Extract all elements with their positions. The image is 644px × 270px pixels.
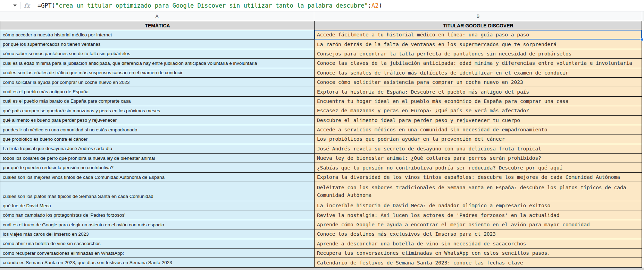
cell-tematica[interactable]: cuáles son las eñales de tráfico que más… xyxy=(0,68,315,77)
formula-input[interactable]: =GPT("crea un titular optimizado para Go… xyxy=(37,2,644,9)
cell-tematica[interactable]: que probiótico es bueno contra el cáncer xyxy=(0,134,315,143)
cell-tematica[interactable]: cuál es el pueblo más antiguo de España xyxy=(0,87,315,96)
cell-titular-text: Accede fácilmente a tu historial médico … xyxy=(317,32,639,37)
cell-tematica[interactable]: cómo solicitar la ayuda por comprar un c… xyxy=(0,78,315,87)
column-header-next-sliver xyxy=(642,11,644,21)
formula-prefix: =GPT( xyxy=(37,2,55,9)
cell-titular[interactable]: Accede a servicios médicos en una comuni… xyxy=(315,125,642,134)
cell-tematica[interactable]: cuál es la edad minima para la jubilació… xyxy=(0,59,315,68)
cell-tematica[interactable]: cómo abrir una botella de vino sin sacac… xyxy=(0,239,315,248)
cell-titular[interactable]: Calendario de festivos de Semana Santa 2… xyxy=(315,258,642,267)
formula-cell-ref: A2 xyxy=(371,2,378,9)
table-row: cuáles son los platos más típicos de Sem… xyxy=(0,182,642,201)
cell-titular[interactable]: Explora la diversidad de los vinos tinto… xyxy=(315,173,642,182)
cell-titular-text: Aprende cómo Google te ayuda a encontrar… xyxy=(317,222,639,227)
spreadsheet-grid: TEMÁTICA TITULAR GOOGLE DISCOVER cómo ac… xyxy=(0,21,642,268)
table-row: todos los collares de perro que prohibir… xyxy=(0,154,642,163)
cell-titular[interactable]: Conoce las claves de la jubilación antic… xyxy=(315,59,642,68)
cell-titular-text: Recupera tus conversaciones eliminadas e… xyxy=(317,250,639,256)
cell-titular-text: Los probióticos que podrían ayudar en la… xyxy=(317,136,639,142)
cell-tematica[interactable]: cuándo es Semana Santa en 2023, qué días… xyxy=(0,258,315,267)
cell-tematica[interactable]: por qué los supermercados no tienen vent… xyxy=(0,40,315,49)
cell-tematica[interactable]: cómo acceder a nuestro historial médico … xyxy=(0,30,315,39)
cell-titular[interactable]: Nueva ley de bienestar animal: ¿Qué coll… xyxy=(315,154,642,163)
cell-tematica-text: cuándo es Semana Santa en 2023, qué días… xyxy=(3,260,312,265)
cell-titular-text: ¿Sabías que tu pensión no contributiva p… xyxy=(317,165,639,171)
cell-titular-text: Conoce los destinos más exclusivos del I… xyxy=(317,231,639,237)
cell-tematica-text: cómo abrir una botella de vino sin sacac… xyxy=(3,241,312,246)
cell-titular-text: Escasez de manzanas y peras en Europa: ¿… xyxy=(317,108,639,113)
cell-titular[interactable]: Conoce las señales de tráfico más difíci… xyxy=(315,68,642,77)
cell-titular[interactable]: Deléitate con los sabores tradicionales … xyxy=(315,182,642,201)
cell-tematica[interactable]: qué fue de David Meca xyxy=(0,201,315,210)
cell-titular[interactable]: Descubre el alimento ideal para perder p… xyxy=(315,116,642,125)
cell-titular[interactable]: Escasez de manzanas y peras en Europa: ¿… xyxy=(315,106,642,115)
cell-titular-text: Conoce las señales de tráfico más difíci… xyxy=(317,70,639,76)
cell-titular-text: Calendario de festivos de Semana Santa 2… xyxy=(317,260,639,265)
cell-titular[interactable]: La razón detrás de la falta de ventanas … xyxy=(315,40,642,49)
header-cell-tematica[interactable]: TEMÁTICA xyxy=(0,21,315,30)
name-box-dropdown[interactable] xyxy=(5,5,17,7)
cell-titular-text: Explora la diversidad de los vinos tinto… xyxy=(317,174,639,180)
cell-titular[interactable]: José Andrés revela su secreto de desayun… xyxy=(315,144,642,153)
cell-tematica-text: cuáles son las eñales de tráfico que más… xyxy=(3,70,312,75)
column-header-a[interactable]: A xyxy=(0,11,314,21)
cell-titular-text: Deléitate con los sabores tradicionales … xyxy=(317,184,639,199)
cell-tematica[interactable]: cuáles son los mejores vinos tintos de c… xyxy=(0,173,315,182)
cell-tematica-text: por qué te pueden reducir la pensión no … xyxy=(3,165,312,170)
cell-titular[interactable]: Conoce los destinos más exclusivos del I… xyxy=(315,229,642,238)
cell-titular[interactable]: Recupera tus conversaciones eliminadas e… xyxy=(315,249,642,258)
cell-titular-text: La increíble historia de David Meca: de … xyxy=(317,203,639,208)
column-header-row: A B xyxy=(0,11,644,21)
fx-icon: fx xyxy=(24,2,30,9)
cell-titular[interactable]: Revive la nostalgia: Así lucen los actor… xyxy=(315,210,642,219)
cell-titular[interactable]: Conoce cómo solicitar asistencia para co… xyxy=(315,78,642,87)
cell-tematica[interactable]: cuál es el truco de Google para elegir u… xyxy=(0,220,315,229)
cell-titular-text: Conoce cómo solicitar asistencia para co… xyxy=(317,79,639,85)
fill-handle[interactable] xyxy=(641,38,643,41)
cell-tematica-text: qué país europeo se quedará sin manzanas… xyxy=(3,108,312,113)
cell-titular[interactable]: ¿Sabías que tu pensión no contributiva p… xyxy=(315,163,642,172)
cell-titular-text: Explora la historia de España: Descubre … xyxy=(317,89,639,95)
formula-bar: fx =GPT("crea un titular optimizado para… xyxy=(0,0,644,11)
table-row: por qué te pueden reducir la pensión no … xyxy=(0,163,642,172)
table-row: cuáles son las eñales de tráfico que más… xyxy=(0,68,642,78)
cell-tematica-text: cuál es el pueblo más antiguo de España xyxy=(3,89,312,94)
table-row: cuáles son los mejores vinos tintos de c… xyxy=(0,173,642,182)
cell-tematica-text: cómo saber si unos pantalones son de tu … xyxy=(3,51,312,56)
cell-titular[interactable]: Los probióticos que podrían ayudar en la… xyxy=(315,134,642,143)
cell-tematica[interactable]: qué alimento es bueno para perder peso y… xyxy=(0,116,315,125)
divider xyxy=(20,2,20,9)
cell-tematica-text: cómo acceder a nuestro historial médico … xyxy=(3,32,312,37)
cell-titular[interactable]: Encuentra tu hogar ideal en el pueblo má… xyxy=(315,97,642,106)
cell-tematica[interactable]: puedes ir al médico en una comunidad si … xyxy=(0,125,315,134)
formula-string-arg: "crea un titular optimizado para Google … xyxy=(55,2,368,9)
table-row: qué fue de David Meca La increíble histo… xyxy=(0,201,642,210)
formula-suffix: ) xyxy=(378,2,382,9)
cell-titular[interactable]: Consejos para encontrar la talla perfect… xyxy=(315,49,642,58)
cell-tematica[interactable]: La fruta tropical que desayuna José Andr… xyxy=(0,144,315,153)
cell-tematica[interactable]: qué país europeo se quedará sin manzanas… xyxy=(0,106,315,115)
chevron-down-icon[interactable] xyxy=(13,5,17,7)
header-cell-titular[interactable]: TITULAR GOOGLE DISCOVER xyxy=(315,21,642,30)
table-row: cuál es la edad minima para la jubilació… xyxy=(0,59,642,68)
cell-tematica-text: que probiótico es bueno contra el cáncer xyxy=(3,137,312,142)
cell-tematica[interactable]: cuáles son los platos más típicos de Sem… xyxy=(0,182,315,201)
cell-titular[interactable]: Accede fácilmente a tu historial médico … xyxy=(315,30,642,39)
cell-titular[interactable]: Aprende cómo Google te ayuda a encontrar… xyxy=(315,220,642,229)
cell-tematica[interactable]: cómo recuperar conversaciones eliminadas… xyxy=(0,249,315,258)
cell-tematica[interactable]: todos los collares de perro que prohibir… xyxy=(0,154,315,163)
cell-tematica[interactable]: cuál es el pueblo más barato de España p… xyxy=(0,97,315,106)
formula-separator: ; xyxy=(368,2,371,9)
cell-titular-text: Descubre el alimento ideal para perder p… xyxy=(317,117,639,123)
cell-tematica[interactable]: cómo han cambiado los protagonistas de '… xyxy=(0,210,315,219)
cell-titular[interactable]: Aprende a descorchar una botella de vino… xyxy=(315,239,642,248)
column-header-b[interactable]: B xyxy=(314,11,642,21)
table-row: qué país europeo se quedará sin manzanas… xyxy=(0,106,642,115)
cell-tematica[interactable]: cómo saber si unos pantalones son de tu … xyxy=(0,49,315,58)
cell-titular[interactable]: Explora la historia de España: Descubre … xyxy=(315,87,642,96)
cell-titular[interactable]: La increíble historia de David Meca: de … xyxy=(315,201,642,210)
table-row: que probiótico es bueno contra el cáncer… xyxy=(0,134,642,144)
cell-tematica[interactable]: los viajes más caros del Imserso en 2023 xyxy=(0,229,315,238)
cell-tematica[interactable]: por qué te pueden reducir la pensión no … xyxy=(0,163,315,172)
